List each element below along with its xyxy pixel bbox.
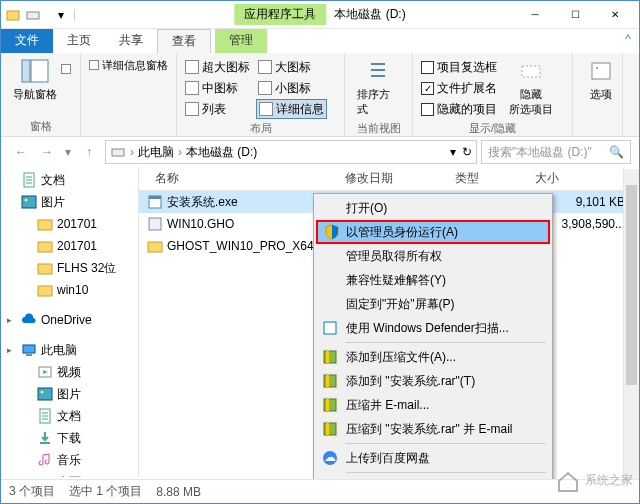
status-selected: 选中 1 个项目 xyxy=(69,483,142,500)
menu-item[interactable]: 兼容性疑难解答(Y) xyxy=(316,268,550,292)
menu-item[interactable]: 添加到 "安装系统.rar"(T) xyxy=(316,369,550,393)
up-button[interactable]: ↑ xyxy=(77,140,101,164)
history-dropdown[interactable]: ▾ xyxy=(61,140,75,164)
tab-home[interactable]: 主页 xyxy=(53,29,105,53)
col-date[interactable]: 修改日期 xyxy=(337,170,447,187)
nav-tree[interactable]: 文档图片201701201701FLHS 32位win10▸OneDrive▸此… xyxy=(1,167,139,477)
svg-rect-9 xyxy=(22,196,36,208)
context-menu: 打开(O)以管理员身份运行(A)管理员取得所有权兼容性疑难解答(Y)固定到"开始… xyxy=(313,193,553,504)
tree-item[interactable]: 图片 xyxy=(1,191,138,213)
cloud-icon xyxy=(21,312,37,328)
col-name[interactable]: 名称 xyxy=(147,170,337,187)
menu-item[interactable]: 使用 Windows Defender扫描... xyxy=(316,316,550,340)
svg-rect-30 xyxy=(324,351,336,363)
ribbon-tabs: 文件 主页 共享 查看 管理 ^ xyxy=(1,29,639,53)
menu-separator xyxy=(346,443,546,444)
tree-item[interactable]: 视频 xyxy=(1,361,138,383)
address-bar: ← → ▾ ↑ › 此电脑› 本地磁盘 (D:) ▾ ↻ 搜索"本地磁盘 (D:… xyxy=(1,137,639,167)
tree-item[interactable]: FLHS 32位 xyxy=(1,257,138,279)
drive-icon xyxy=(110,144,126,160)
video-icon xyxy=(37,364,53,380)
chk-extensions[interactable]: ✓文件扩展名 xyxy=(419,78,499,98)
menu-item[interactable]: 添加到压缩文件(A)... xyxy=(316,345,550,369)
menu-item[interactable]: ☁上传到百度网盘 xyxy=(316,446,550,470)
col-size[interactable]: 大小 xyxy=(527,170,597,187)
detail-pane-button[interactable]: 详细信息窗格 xyxy=(87,55,170,75)
tree-item[interactable]: ▸此电脑 xyxy=(1,339,138,361)
baidu-icon: ☁ xyxy=(322,450,338,466)
layout-lg[interactable]: 大图标 xyxy=(256,57,327,77)
breadcrumb[interactable]: › 此电脑› 本地磁盘 (D:) ▾ ↻ xyxy=(105,140,477,164)
sort-button[interactable]: 排序方式 xyxy=(351,55,406,119)
tree-item[interactable]: 下载 xyxy=(1,427,138,449)
svg-rect-33 xyxy=(324,423,336,435)
menu-item[interactable]: 打开(O) xyxy=(316,196,550,220)
scrollbar-thumb[interactable] xyxy=(626,185,637,385)
layout-sm[interactable]: 小图标 xyxy=(256,78,327,98)
tree-item[interactable]: 桌面 xyxy=(1,471,138,477)
doc-icon xyxy=(21,172,37,188)
tab-view[interactable]: 查看 xyxy=(157,29,211,53)
svg-point-6 xyxy=(596,67,598,69)
col-type[interactable]: 类型 xyxy=(447,170,527,187)
maximize-button[interactable]: ☐ xyxy=(555,4,595,26)
tree-item[interactable]: 图片 xyxy=(1,383,138,405)
pic-icon xyxy=(37,386,53,402)
dropdown-icon[interactable]: ▾ xyxy=(450,145,456,159)
chk-hidden[interactable]: 隐藏的项目 xyxy=(419,99,499,119)
breadcrumb-drive[interactable]: 本地磁盘 (D:) xyxy=(186,144,257,161)
layout-md[interactable]: 中图标 xyxy=(183,78,252,98)
layout-list[interactable]: 列表 xyxy=(183,99,252,119)
tab-share[interactable]: 共享 xyxy=(105,29,157,53)
svg-rect-31 xyxy=(324,375,336,387)
tab-manage[interactable]: 管理 xyxy=(215,29,267,53)
svg-rect-0 xyxy=(7,11,19,20)
menu-item[interactable]: 以管理员身份运行(A) xyxy=(316,220,550,244)
svg-rect-3 xyxy=(31,60,48,82)
tree-item[interactable]: win10 xyxy=(1,279,138,301)
svg-rect-12 xyxy=(38,242,52,252)
status-bar: 3 个项目 选中 1 个项目 8.88 MB xyxy=(1,479,639,503)
tree-item[interactable]: 201701 xyxy=(1,235,138,257)
tree-item[interactable]: 音乐 xyxy=(1,449,138,471)
menu-separator xyxy=(346,472,546,473)
status-size: 8.88 MB xyxy=(156,485,201,499)
tree-item[interactable]: 文档 xyxy=(1,169,138,191)
contextual-tab-label: 应用程序工具 xyxy=(234,4,326,25)
close-button[interactable]: ✕ xyxy=(595,4,635,26)
tree-item[interactable]: ▸OneDrive xyxy=(1,309,138,331)
layout-xl[interactable]: 超大图标 xyxy=(183,57,252,77)
options-button[interactable]: 选项 xyxy=(579,55,623,104)
svg-rect-32 xyxy=(324,399,336,411)
hide-selected-button[interactable]: 隐藏 所选项目 xyxy=(503,55,559,119)
collapse-ribbon-icon[interactable]: ^ xyxy=(617,29,639,53)
search-input[interactable]: 搜索"本地磁盘 (D:)" 🔍 xyxy=(481,140,631,164)
tree-item[interactable]: 201701 xyxy=(1,213,138,235)
breadcrumb-pc[interactable]: 此电脑› xyxy=(138,144,182,161)
forward-button[interactable]: → xyxy=(35,140,59,164)
title-bar: ▾ | 应用程序工具 本地磁盘 (D:) ─ ☐ ✕ xyxy=(1,1,639,29)
back-button[interactable]: ← xyxy=(9,140,33,164)
chk-checkboxes[interactable]: 项目复选框 xyxy=(419,57,499,77)
nav-pane-button[interactable]: 导航窗格 xyxy=(7,55,63,104)
qat-dropdown-icon[interactable]: ▾ xyxy=(53,7,69,23)
menu-item[interactable]: 压缩到 "安装系统.rar" 并 E-mail xyxy=(316,417,550,441)
svg-rect-14 xyxy=(38,286,52,296)
gho-icon xyxy=(147,216,163,232)
menu-item[interactable]: 固定到"开始"屏幕(P) xyxy=(316,292,550,316)
tree-item[interactable]: 文档 xyxy=(1,405,138,427)
menu-item[interactable]: 压缩并 E-mail... xyxy=(316,393,550,417)
preview-pane-button[interactable]: 预览窗格 xyxy=(59,59,73,79)
tab-file[interactable]: 文件 xyxy=(1,29,53,53)
minimize-button[interactable]: ─ xyxy=(515,4,555,26)
scrollbar[interactable] xyxy=(623,169,639,479)
layout-details[interactable]: 详细信息 xyxy=(256,99,327,119)
menu-item[interactable]: 管理员取得所有权 xyxy=(316,244,550,268)
defender-icon xyxy=(322,320,338,336)
watermark: 系统之家 xyxy=(555,467,633,493)
refresh-icon[interactable]: ↻ xyxy=(462,145,472,159)
svg-rect-5 xyxy=(592,63,610,79)
column-headers[interactable]: 名称 修改日期 类型 大小 xyxy=(139,167,639,191)
svg-rect-16 xyxy=(26,354,32,356)
rar-icon xyxy=(322,373,338,389)
